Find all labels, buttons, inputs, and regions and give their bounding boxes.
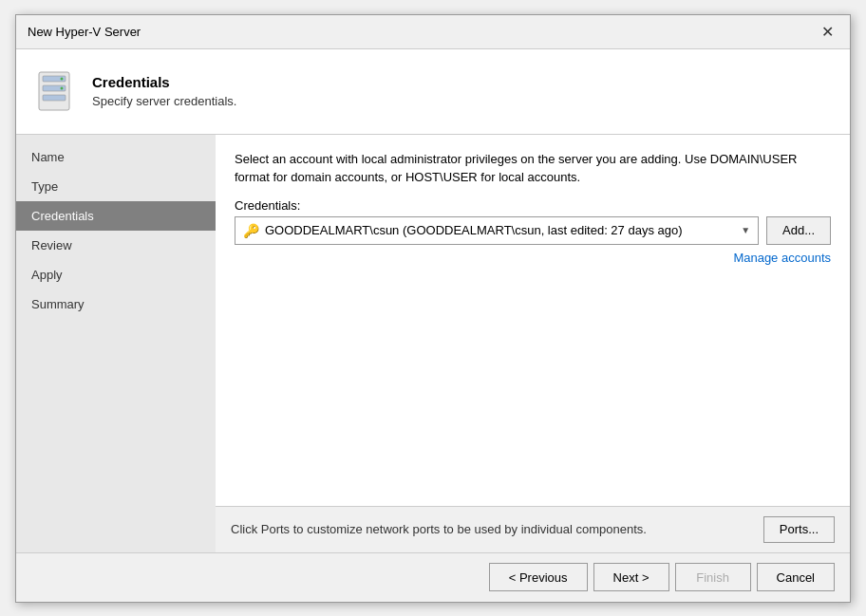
credentials-dropdown[interactable]: GOODDEALMART\csun (GOODDEALMART\csun, la… [265,223,737,237]
svg-point-4 [61,78,64,81]
dropdown-arrow-icon: ▼ [741,225,750,235]
credentials-label: Credentials: [235,198,831,213]
main-panel: Select an account with local administrat… [216,135,850,552]
bottom-section: Click Ports to customize network ports t… [216,506,850,552]
previous-button[interactable]: < Previous [489,563,588,591]
sidebar-item-credentials[interactable]: Credentials [16,201,216,231]
cancel-button[interactable]: Cancel [757,563,835,591]
sidebar-item-apply[interactable]: Apply [16,260,216,289]
key-icon: 🔑 [243,223,259,238]
finish-button[interactable]: Finish [675,563,751,591]
content-area: Name Type Credentials Review Apply Summa… [16,135,850,552]
ports-description: Click Ports to customize network ports t… [231,522,763,536]
header-subtitle: Specify server credentials. [92,94,236,108]
footer: < Previous Next > Finish Cancel [16,552,850,602]
next-button[interactable]: Next > [593,563,669,591]
ports-button[interactable]: Ports... [763,516,835,543]
svg-point-5 [61,87,64,90]
svg-rect-3 [43,95,66,101]
close-button[interactable]: ✕ [816,20,838,43]
dialog-title: New Hyper-V Server [28,25,141,39]
credentials-select-wrapper[interactable]: 🔑 GOODDEALMART\csun (GOODDEALMART\csun, … [235,216,759,245]
description-text: Select an account with local administrat… [235,150,831,187]
dialog: New Hyper-V Server ✕ Credentials Specify… [15,14,851,603]
header-section: Credentials Specify server credentials. [16,49,850,135]
sidebar-item-name[interactable]: Name [16,142,216,172]
add-button[interactable]: Add... [766,216,831,245]
header-title: Credentials [92,74,236,90]
credentials-row: 🔑 GOODDEALMART\csun (GOODDEALMART\csun, … [235,216,831,245]
header-text: Credentials Specify server credentials. [92,74,236,108]
sidebar: Name Type Credentials Review Apply Summa… [16,135,216,552]
sidebar-item-review[interactable]: Review [16,231,216,260]
manage-accounts-link[interactable]: Manage accounts [235,251,831,265]
sidebar-item-type[interactable]: Type [16,172,216,201]
sidebar-item-summary[interactable]: Summary [16,289,216,319]
server-icon [31,68,77,114]
main-content: Select an account with local administrat… [216,135,850,506]
title-bar: New Hyper-V Server ✕ [16,15,850,49]
